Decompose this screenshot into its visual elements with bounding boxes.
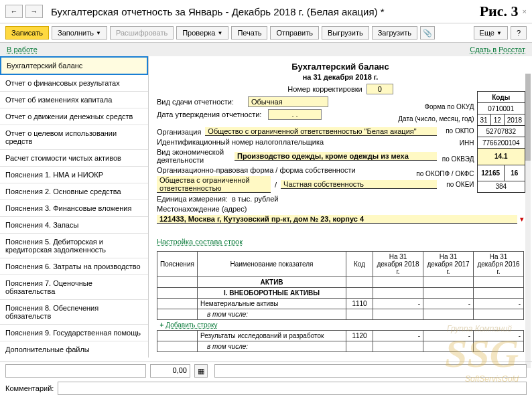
- th-2017: На 31 декабря 2017 г.: [423, 252, 474, 277]
- footer-field1[interactable]: [5, 364, 146, 378]
- legal-form-label: Организационно-правовая форма / форма со…: [157, 166, 356, 174]
- settings-link[interactable]: Настройка состава строк: [157, 238, 243, 246]
- th-code: Код: [346, 252, 373, 277]
- inn-label: Идентификационный номер налогоплательщик…: [157, 138, 324, 146]
- sidebar-item-cashflow[interactable]: Отчет о движении денежных средств: [0, 108, 148, 125]
- th-2016: На 31 декабря 2016 г.: [474, 252, 524, 277]
- form-content: Бухгалтерский баланс на 31 декабря 2018 …: [149, 56, 532, 358]
- balance-table: Пояснения Наименование показателя Код На…: [157, 251, 524, 352]
- sidebar-item-notes8[interactable]: Пояснения 8. Обеспечения обязательств: [0, 300, 148, 325]
- th-name: Наименование показателя: [198, 252, 346, 277]
- okopf2-value: 16: [504, 165, 525, 181]
- check-button[interactable]: Проверка▼: [176, 26, 228, 39]
- inn-value: 7766200104: [477, 137, 525, 149]
- sidebar-item-notes2[interactable]: Пояснения 2. Основные средства: [0, 183, 148, 200]
- footer-field2[interactable]: [214, 364, 527, 378]
- figure-label: Рис. 3: [480, 3, 519, 20]
- legal-form1-field[interactable]: Общества с ограниченной ответственностью: [157, 176, 271, 193]
- sidebar-item-notes7[interactable]: Пояснения 7. Оценочные обязательства: [0, 275, 148, 300]
- form-title: Бухгалтерский баланс: [157, 62, 524, 72]
- okud-value: 0710001: [477, 103, 525, 114]
- footer-btn[interactable]: ▦: [194, 364, 208, 378]
- fill-button[interactable]: Заполнить▼: [52, 26, 107, 39]
- okpo-value: 52707832: [477, 126, 525, 137]
- sidebar-item-balance[interactable]: Бухгалтерский баланс: [0, 56, 148, 75]
- row-rnd-code: 1120: [346, 331, 373, 341]
- help-button[interactable]: ?: [511, 26, 527, 39]
- okved-label: по ОКВЭД: [442, 151, 474, 166]
- comment-label: Комментарий:: [5, 384, 54, 392]
- okpo-label: по ОКПО: [446, 127, 474, 139]
- sidebar-item-capital[interactable]: Отчет об изменениях капитала: [0, 92, 148, 108]
- save-button[interactable]: Записать: [5, 26, 49, 39]
- okei-value: 384: [477, 181, 525, 192]
- sidebar-item-notes9[interactable]: Пояснения 9. Государственная помощь: [0, 325, 148, 341]
- close-icon[interactable]: ×: [523, 7, 527, 15]
- sidebar-item-notes5[interactable]: Пояснения 5. Дебиторская и кредиторская …: [0, 234, 148, 258]
- submit-rosstat-link[interactable]: Сдать в Росстат: [470, 46, 525, 54]
- sidebar-item-netassets[interactable]: Расчет стоимости чистых активов: [0, 150, 148, 167]
- activity-label: Вид экономической деятельности: [157, 148, 230, 164]
- decode-button[interactable]: Расшифровать: [110, 26, 174, 39]
- sidebar-item-notes3[interactable]: Пояснения 3. Финансовые вложения: [0, 200, 148, 217]
- footer-value[interactable]: 0,00: [150, 364, 190, 378]
- unit-label: Единица измерения:: [157, 195, 228, 203]
- submission-field[interactable]: Обычная: [248, 96, 328, 107]
- section-aktiv: АКТИВ: [198, 277, 346, 288]
- approval-label: Дата утверждения отчетности:: [157, 110, 264, 118]
- send-button[interactable]: Отправить: [270, 26, 319, 39]
- inn-code-label: ИНН: [460, 139, 474, 151]
- section-noncurrent: I. ВНЕОБОРОТНЫЕ АКТИВЫ: [198, 288, 346, 299]
- row-rnd: Результаты исследований и разработок: [198, 331, 346, 341]
- unit-value: в тыс. рублей: [232, 195, 279, 203]
- row-nma-sub: в том числе:: [198, 309, 346, 320]
- sidebar-item-notes4[interactable]: Пояснения 4. Запасы: [0, 217, 148, 234]
- row-nma: Нематериальные активы: [198, 299, 346, 309]
- forward-button[interactable]: →: [25, 5, 43, 18]
- sidebar-item-notes6[interactable]: Пояснения 6. Затраты на производство: [0, 258, 148, 275]
- okei-label: по ОКЕИ: [446, 181, 474, 193]
- add-row-link[interactable]: Добавить строку: [165, 321, 217, 329]
- comment-field[interactable]: [58, 382, 527, 395]
- row-nma-code: 1110: [346, 299, 373, 309]
- okud-label: Форма по ОКУД: [424, 103, 474, 115]
- status-in-work[interactable]: В работе: [7, 46, 38, 54]
- okopf1-value: 12165: [477, 165, 504, 181]
- sidebar: Бухгалтерский баланс Отчет о финансовых …: [0, 56, 149, 358]
- okved-value[interactable]: 14.1: [477, 149, 525, 165]
- correction-field[interactable]: 0: [367, 84, 393, 94]
- th-2018: На 31 декабря 2018 г.: [373, 252, 423, 277]
- more-button[interactable]: Еще▼: [474, 26, 508, 39]
- okopf-label: по ОКОПФ / ОКФС: [416, 166, 474, 181]
- scrollbar[interactable]: [525, 74, 531, 368]
- approval-field[interactable]: . .: [268, 109, 322, 120]
- sidebar-item-finresults[interactable]: Отчет о финансовых результатах: [0, 75, 148, 92]
- upload-button[interactable]: Выгрузить: [322, 26, 369, 39]
- sidebar-item-notes1[interactable]: Пояснения 1. НМА и НИОКР: [0, 167, 148, 183]
- print-button[interactable]: Печать: [231, 26, 267, 39]
- row-rnd-sub: в том числе:: [198, 341, 346, 352]
- submission-label: Вид сдачи отчетности:: [157, 98, 244, 106]
- window-title: Бухгалтерская отчетность за Январь - Дек…: [51, 6, 480, 17]
- form-subtitle: на 31 декабря 2018 г.: [157, 73, 524, 81]
- address-label: Местонахождение (адрес): [157, 205, 247, 213]
- address-field[interactable]: 121433, Москва г, Кутузовский пр-кт, дом…: [157, 215, 517, 224]
- th-notes: Пояснения: [157, 252, 198, 277]
- date-m: 12: [490, 114, 504, 126]
- date-d: 31: [477, 114, 490, 126]
- download-button[interactable]: Загрузить: [372, 26, 417, 39]
- sidebar-item-files[interactable]: Дополнительные файлы: [0, 341, 148, 358]
- org-label: Организация: [157, 128, 201, 136]
- correction-label: Номер корректировки: [287, 85, 362, 93]
- attach-icon[interactable]: 📎: [420, 26, 435, 39]
- codes-header: Коды: [477, 92, 525, 103]
- sidebar-item-targetuse[interactable]: Отчет о целевом использовании средств: [0, 125, 148, 150]
- plus-icon[interactable]: +: [160, 321, 164, 329]
- date-y: 2018: [504, 114, 525, 126]
- date-label: Дата (число, месяц, год): [398, 115, 474, 127]
- dropdown-icon[interactable]: ▾: [520, 215, 524, 224]
- back-button[interactable]: ←: [5, 5, 23, 18]
